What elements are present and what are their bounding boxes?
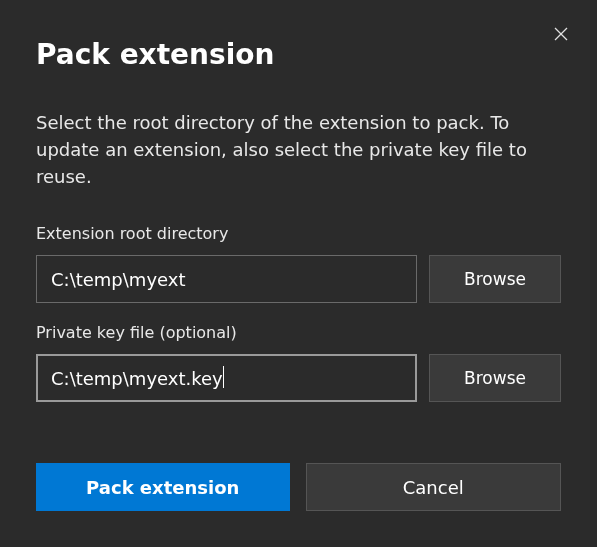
root-directory-row: Browse [36, 255, 561, 303]
pack-extension-dialog: Pack extension Select the root directory… [0, 0, 597, 547]
private-key-label: Private key file (optional) [36, 323, 561, 342]
private-key-input[interactable]: C:\temp\myext.key [36, 354, 417, 402]
dialog-description: Select the root directory of the extensi… [36, 109, 561, 190]
root-directory-browse-button[interactable]: Browse [429, 255, 561, 303]
private-key-value: C:\temp\myext.key [51, 368, 223, 389]
cancel-button[interactable]: Cancel [306, 463, 562, 511]
close-button[interactable] [547, 20, 575, 48]
root-directory-field: Extension root directory Browse [36, 224, 561, 303]
close-icon [554, 27, 568, 41]
private-key-row: C:\temp\myext.key Browse [36, 354, 561, 402]
dialog-button-row: Pack extension Cancel [36, 453, 561, 511]
pack-extension-button[interactable]: Pack extension [36, 463, 290, 511]
text-caret-icon [223, 366, 224, 388]
private-key-browse-button[interactable]: Browse [429, 354, 561, 402]
private-key-field: Private key file (optional) C:\temp\myex… [36, 323, 561, 402]
dialog-title: Pack extension [36, 38, 561, 71]
root-directory-label: Extension root directory [36, 224, 561, 243]
root-directory-input[interactable] [36, 255, 417, 303]
